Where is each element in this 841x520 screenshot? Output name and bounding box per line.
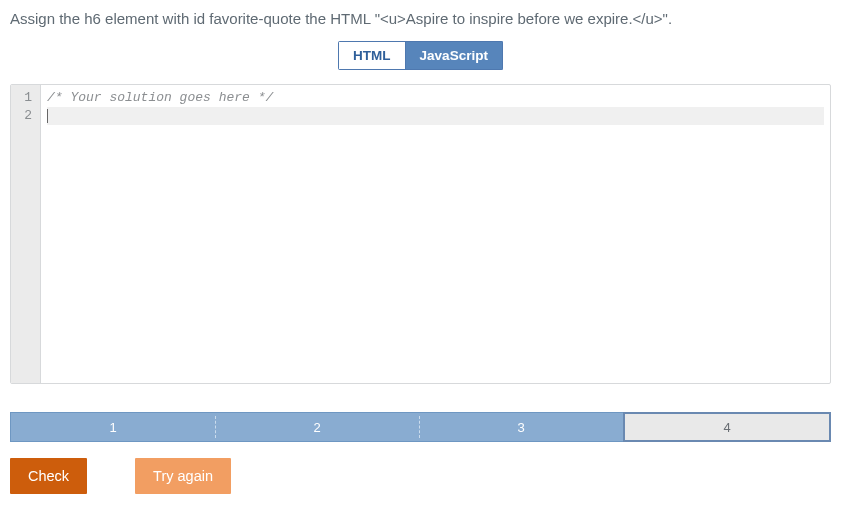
code-line[interactable]: /* Your solution goes here */ bbox=[47, 89, 824, 107]
code-comment: /* Your solution goes here */ bbox=[47, 90, 273, 105]
code-tabs: HTML JavaScript bbox=[338, 41, 503, 70]
code-line-active[interactable] bbox=[47, 107, 824, 125]
code-editor[interactable]: 1 2 /* Your solution goes here */ bbox=[10, 84, 831, 384]
check-button[interactable]: Check bbox=[10, 458, 87, 494]
line-number: 1 bbox=[23, 89, 32, 107]
tab-javascript[interactable]: JavaScript bbox=[406, 41, 503, 70]
tab-html[interactable]: HTML bbox=[338, 41, 406, 70]
step-4[interactable]: 4 bbox=[623, 412, 831, 442]
progress-steps: 1 2 3 4 bbox=[10, 412, 831, 442]
action-buttons: Check Try again bbox=[10, 458, 831, 494]
editor-code-area[interactable]: /* Your solution goes here */ bbox=[41, 85, 830, 383]
step-3[interactable]: 3 bbox=[419, 412, 623, 442]
try-again-button[interactable]: Try again bbox=[135, 458, 231, 494]
line-number: 2 bbox=[23, 107, 32, 125]
step-1[interactable]: 1 bbox=[10, 412, 215, 442]
tabs-row: HTML JavaScript bbox=[10, 41, 831, 70]
step-2[interactable]: 2 bbox=[215, 412, 419, 442]
editor-cursor bbox=[47, 109, 48, 123]
editor-gutter: 1 2 bbox=[11, 85, 41, 383]
problem-prompt: Assign the h6 element with id favorite-q… bbox=[10, 8, 831, 29]
